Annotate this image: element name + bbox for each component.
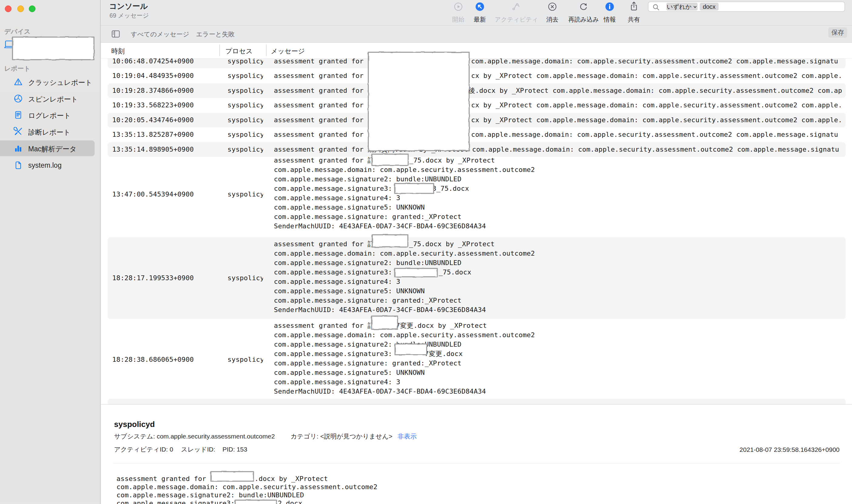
table-header: 時刻 プロセス メッセージ	[101, 43, 852, 58]
start-button[interactable]: 開始	[449, 1, 467, 24]
log-row-message-line[interactable]: com.apple.message.signature2: bundle:UNB…	[274, 340, 844, 349]
log-row-message[interactable]: assessment granted for cx by _XProtect c…	[274, 72, 844, 80]
search-query-token[interactable]: docx	[700, 3, 719, 11]
log-row-process[interactable]: syspolicyd	[228, 145, 263, 154]
log-row-message-line[interactable]: com.apple.message.signature4: 3	[274, 277, 844, 286]
detail-message-line: com.apple.message.signature2: bundle:UNB…	[116, 491, 304, 500]
search-field[interactable]: いずれか docx	[648, 1, 845, 12]
sidebar-section-devices: デバイス	[4, 27, 31, 36]
search-scope-token[interactable]: いずれか	[666, 3, 697, 11]
sidebar-item-diagnostic-reports[interactable]: 診断レポート	[28, 128, 71, 137]
redaction-box-row9-signature3	[394, 268, 438, 277]
column-header-process[interactable]: プロセス	[225, 47, 253, 56]
log-row-time[interactable]: 13:35:14.898905+0900	[112, 145, 197, 154]
log-row-message-line[interactable]: com.apple.message.domain: com.apple.secu…	[274, 166, 844, 174]
log-row-process[interactable]: syspolicyd	[228, 72, 263, 80]
detail-category-value: <説明が見つかりません>	[320, 433, 393, 440]
log-row-message-line[interactable]: assessment granted for 訂_75.docx by _XPr…	[274, 240, 844, 248]
window-title: コンソール	[109, 1, 148, 11]
log-row-time[interactable]: 13:35:13.825287+0900	[112, 130, 197, 139]
hide-link[interactable]: 非表示	[398, 433, 417, 440]
log-row-process[interactable]: syspolicyd	[228, 355, 263, 364]
save-button[interactable]: 保存	[828, 27, 847, 38]
filter-all-messages[interactable]: すべてのメッセージ	[131, 30, 189, 38]
log-row-time[interactable]: 10:19:28.374866+0900	[112, 86, 197, 95]
zoom-window-button[interactable]	[29, 5, 36, 12]
log-document-icon	[14, 110, 23, 120]
sidebar-item-mac-analytics[interactable]: Mac解析データ	[28, 144, 77, 154]
log-row-message[interactable]: assessment granted for cx by _XProtect c…	[274, 101, 844, 109]
log-row-message[interactable]: assessment granted for 後.docx by _XProte…	[274, 86, 844, 95]
now-button[interactable]: 最新	[471, 1, 489, 24]
file-icon	[14, 161, 23, 170]
detail-meta-line: サブシステム: com.apple.security.assessment.ou…	[114, 433, 417, 440]
log-row-time[interactable]: 10:20:05.434746+0900	[112, 116, 197, 124]
log-row-message-line[interactable]: com.apple.message.signature2: bundle:UNB…	[274, 259, 844, 267]
log-row-message-line[interactable]: com.apple.message.signature3: 7変更.docx	[274, 350, 844, 358]
log-row-message-line[interactable]: com.apple.message.signature5: UNKNOWN	[274, 287, 844, 295]
log-row-message-line[interactable]: com.apple.message.signature3: 3_75.docx	[274, 184, 844, 193]
detail-thread-label: スレッドID:	[181, 446, 217, 453]
sidebar-item-spin-reports[interactable]: スピンレポート	[28, 95, 78, 104]
filter-errors-and-faults[interactable]: エラーと失敗	[196, 30, 234, 38]
divider	[113, 463, 840, 463]
sidebar-item-crash-reports[interactable]: クラッシュレポート	[28, 78, 92, 87]
log-row-time[interactable]: 10:19:04.484935+0900	[112, 72, 197, 80]
log-row-process[interactable]: syspolicyd	[228, 58, 263, 66]
log-row-message[interactable]: assessment granted for com.apple.message…	[274, 58, 844, 66]
info-button[interactable]: 情報	[601, 1, 619, 24]
detail-subsystem-label: サブシステム:	[114, 433, 157, 440]
log-row-message-line[interactable]: com.apple.message.domain: com.apple.secu…	[274, 249, 844, 258]
sidebar-item-log-reports[interactable]: ログレポート	[28, 111, 71, 120]
sidebar-toggle-icon[interactable]	[112, 30, 120, 38]
log-row-message-line[interactable]: com.apple.message.domain: com.apple.secu…	[274, 331, 844, 339]
log-row-message-line[interactable]: com.apple.message.signature: granted:_XP…	[274, 359, 844, 367]
log-row-message-line[interactable]: SenderMachUUID: 4E43AFEA-0DA7-34CF-BDA4-…	[274, 306, 844, 314]
redaction-box-table-large	[368, 52, 470, 151]
log-row-process[interactable]: syspolicyd	[228, 274, 263, 282]
clear-circle-icon	[548, 2, 557, 11]
log-row-time[interactable]: 18:28:17.199533+0900	[112, 274, 197, 282]
log-row-process[interactable]: syspolicyd	[228, 101, 263, 109]
log-row-process[interactable]: syspolicyd	[228, 86, 263, 95]
log-row-time[interactable]: 18:28:38.686065+0900	[112, 355, 197, 364]
log-row-time[interactable]: 10:19:33.568223+0900	[112, 101, 197, 109]
reload-button[interactable]: 再読み込み	[567, 1, 600, 24]
sidebar-item-system-log[interactable]: system.log	[28, 161, 61, 169]
column-header-message[interactable]: メッセージ	[271, 47, 305, 56]
detail-pid-value: 153	[237, 446, 247, 453]
close-window-button[interactable]	[5, 5, 12, 12]
detail-message-line: com.apple.message.domain: com.apple.secu…	[116, 483, 378, 491]
log-row-message-line[interactable]: com.apple.message.signature5: UNKNOWN	[274, 368, 844, 377]
log-row-message-line[interactable]: assessment granted for 訂7変更.docx by _XPr…	[274, 321, 844, 330]
log-row-time[interactable]: 10:06:48.074254+0900	[112, 58, 197, 66]
column-divider[interactable]	[266, 44, 267, 56]
sidebar-section-reports: レポート	[4, 64, 30, 73]
log-row-message-line[interactable]: com.apple.message.signature3: _75.docx	[274, 268, 844, 276]
log-row-message-line[interactable]: com.apple.message.signature: granted:_XP…	[274, 296, 844, 305]
log-row-message-line[interactable]: SenderMachUUID: 4E43AFEA-0DA7-34CF-BDA4-…	[274, 222, 844, 231]
activity-button[interactable]: アクティビティ	[495, 1, 537, 24]
log-row-process[interactable]: syspolicyd	[228, 116, 263, 124]
minimize-window-button[interactable]	[17, 5, 24, 12]
share-button[interactable]: 共有	[625, 1, 643, 24]
log-row-message[interactable]: assessment granted for 黒川質問.docx by _XPr…	[274, 145, 844, 154]
log-row-message[interactable]: assessment granted for cx by _XProtect c…	[274, 116, 844, 124]
log-row-message[interactable]: assessment granted for com.apple.message…	[274, 130, 844, 139]
log-row-message-line[interactable]: com.apple.message.signature4: 3	[274, 194, 844, 202]
message-count: 69 メッセージ	[109, 12, 149, 20]
detail-category-label: カテゴリ:	[291, 433, 320, 440]
log-row-message-line[interactable]: com.apple.message.signature5: UNKNOWN	[274, 203, 844, 212]
column-divider[interactable]	[219, 44, 220, 56]
log-row-message-line[interactable]: com.apple.message.signature4: 3	[274, 378, 844, 386]
column-header-time[interactable]: 時刻	[111, 47, 125, 56]
log-row-process[interactable]: syspolicyd	[228, 190, 263, 199]
redaction-box-row9-filename	[372, 234, 408, 248]
log-row-message-line[interactable]: assessment granted for 訂_75.docx by _XPr…	[274, 156, 844, 165]
log-row-process[interactable]: syspolicyd	[228, 130, 263, 139]
log-row-message-line[interactable]: SenderMachUUID: 4E43AFEA-0DA7-34CF-BDA4-…	[274, 387, 844, 396]
log-row-time[interactable]: 13:47:00.545394+0900	[112, 190, 197, 199]
log-row-message-line[interactable]: com.apple.message.signature: granted:_XP…	[274, 213, 844, 221]
clear-button[interactable]: 消去	[543, 1, 561, 24]
log-row-message-line[interactable]: com.apple.message.signature2: bundle:UNB…	[274, 175, 844, 183]
